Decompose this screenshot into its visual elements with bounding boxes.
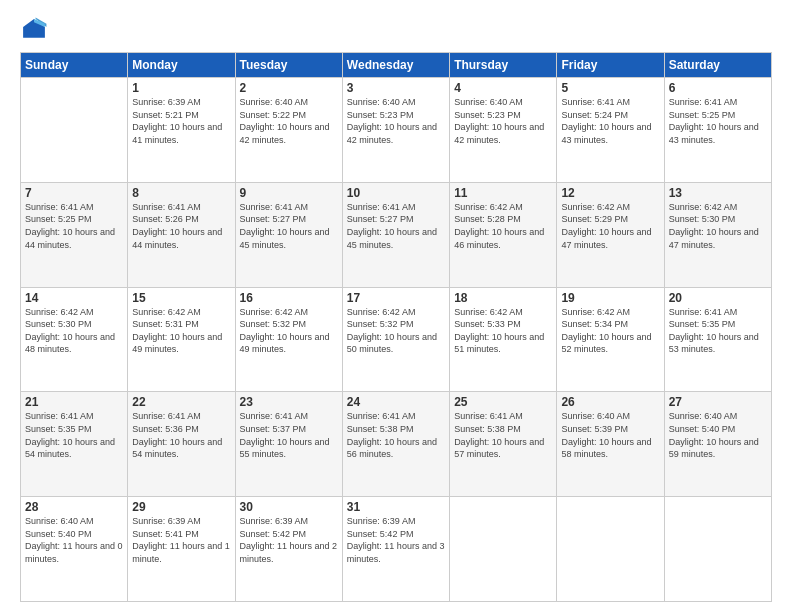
calendar-day-cell: 15Sunrise: 6:42 AMSunset: 5:31 PMDayligh… — [128, 287, 235, 392]
calendar-day-cell — [557, 497, 664, 602]
day-info: Sunrise: 6:39 AMSunset: 5:42 PMDaylight:… — [240, 515, 338, 565]
header-saturday: Saturday — [664, 53, 771, 78]
calendar-day-cell: 8Sunrise: 6:41 AMSunset: 5:26 PMDaylight… — [128, 182, 235, 287]
calendar-day-cell: 17Sunrise: 6:42 AMSunset: 5:32 PMDayligh… — [342, 287, 449, 392]
header-thursday: Thursday — [450, 53, 557, 78]
header-tuesday: Tuesday — [235, 53, 342, 78]
day-info: Sunrise: 6:41 AMSunset: 5:36 PMDaylight:… — [132, 410, 230, 460]
logo-icon — [20, 16, 48, 44]
day-number: 12 — [561, 186, 659, 200]
day-number: 9 — [240, 186, 338, 200]
day-number: 15 — [132, 291, 230, 305]
day-info: Sunrise: 6:42 AMSunset: 5:30 PMDaylight:… — [669, 201, 767, 251]
calendar-day-cell: 25Sunrise: 6:41 AMSunset: 5:38 PMDayligh… — [450, 392, 557, 497]
calendar-day-cell: 16Sunrise: 6:42 AMSunset: 5:32 PMDayligh… — [235, 287, 342, 392]
day-info: Sunrise: 6:42 AMSunset: 5:33 PMDaylight:… — [454, 306, 552, 356]
day-info: Sunrise: 6:42 AMSunset: 5:34 PMDaylight:… — [561, 306, 659, 356]
day-number: 4 — [454, 81, 552, 95]
calendar-day-cell: 19Sunrise: 6:42 AMSunset: 5:34 PMDayligh… — [557, 287, 664, 392]
calendar-day-cell: 7Sunrise: 6:41 AMSunset: 5:25 PMDaylight… — [21, 182, 128, 287]
calendar-day-cell: 13Sunrise: 6:42 AMSunset: 5:30 PMDayligh… — [664, 182, 771, 287]
calendar-week-row: 28Sunrise: 6:40 AMSunset: 5:40 PMDayligh… — [21, 497, 772, 602]
calendar-day-cell: 4Sunrise: 6:40 AMSunset: 5:23 PMDaylight… — [450, 78, 557, 183]
day-info: Sunrise: 6:42 AMSunset: 5:32 PMDaylight:… — [347, 306, 445, 356]
day-info: Sunrise: 6:42 AMSunset: 5:29 PMDaylight:… — [561, 201, 659, 251]
day-info: Sunrise: 6:39 AMSunset: 5:21 PMDaylight:… — [132, 96, 230, 146]
day-number: 13 — [669, 186, 767, 200]
day-info: Sunrise: 6:40 AMSunset: 5:40 PMDaylight:… — [25, 515, 123, 565]
calendar-day-cell: 29Sunrise: 6:39 AMSunset: 5:41 PMDayligh… — [128, 497, 235, 602]
day-number: 8 — [132, 186, 230, 200]
calendar-day-cell: 24Sunrise: 6:41 AMSunset: 5:38 PMDayligh… — [342, 392, 449, 497]
day-info: Sunrise: 6:41 AMSunset: 5:27 PMDaylight:… — [347, 201, 445, 251]
day-info: Sunrise: 6:41 AMSunset: 5:27 PMDaylight:… — [240, 201, 338, 251]
calendar-day-cell: 23Sunrise: 6:41 AMSunset: 5:37 PMDayligh… — [235, 392, 342, 497]
day-info: Sunrise: 6:40 AMSunset: 5:22 PMDaylight:… — [240, 96, 338, 146]
day-number: 14 — [25, 291, 123, 305]
calendar-week-row: 1Sunrise: 6:39 AMSunset: 5:21 PMDaylight… — [21, 78, 772, 183]
day-number: 17 — [347, 291, 445, 305]
calendar-week-row: 7Sunrise: 6:41 AMSunset: 5:25 PMDaylight… — [21, 182, 772, 287]
day-info: Sunrise: 6:42 AMSunset: 5:30 PMDaylight:… — [25, 306, 123, 356]
calendar-week-row: 21Sunrise: 6:41 AMSunset: 5:35 PMDayligh… — [21, 392, 772, 497]
calendar-day-cell: 31Sunrise: 6:39 AMSunset: 5:42 PMDayligh… — [342, 497, 449, 602]
day-number: 31 — [347, 500, 445, 514]
logo — [20, 16, 52, 44]
calendar-day-cell: 22Sunrise: 6:41 AMSunset: 5:36 PMDayligh… — [128, 392, 235, 497]
day-number: 30 — [240, 500, 338, 514]
day-number: 11 — [454, 186, 552, 200]
calendar-table: Sunday Monday Tuesday Wednesday Thursday… — [20, 52, 772, 602]
day-number: 22 — [132, 395, 230, 409]
day-number: 21 — [25, 395, 123, 409]
calendar-day-cell: 20Sunrise: 6:41 AMSunset: 5:35 PMDayligh… — [664, 287, 771, 392]
calendar-day-cell: 3Sunrise: 6:40 AMSunset: 5:23 PMDaylight… — [342, 78, 449, 183]
day-info: Sunrise: 6:40 AMSunset: 5:39 PMDaylight:… — [561, 410, 659, 460]
weekday-header-row: Sunday Monday Tuesday Wednesday Thursday… — [21, 53, 772, 78]
day-info: Sunrise: 6:39 AMSunset: 5:42 PMDaylight:… — [347, 515, 445, 565]
day-info: Sunrise: 6:41 AMSunset: 5:37 PMDaylight:… — [240, 410, 338, 460]
header-wednesday: Wednesday — [342, 53, 449, 78]
calendar-day-cell: 18Sunrise: 6:42 AMSunset: 5:33 PMDayligh… — [450, 287, 557, 392]
day-info: Sunrise: 6:41 AMSunset: 5:26 PMDaylight:… — [132, 201, 230, 251]
calendar-day-cell — [450, 497, 557, 602]
calendar-day-cell: 12Sunrise: 6:42 AMSunset: 5:29 PMDayligh… — [557, 182, 664, 287]
day-info: Sunrise: 6:40 AMSunset: 5:23 PMDaylight:… — [454, 96, 552, 146]
day-number: 27 — [669, 395, 767, 409]
calendar-day-cell: 27Sunrise: 6:40 AMSunset: 5:40 PMDayligh… — [664, 392, 771, 497]
header-friday: Friday — [557, 53, 664, 78]
calendar-day-cell: 14Sunrise: 6:42 AMSunset: 5:30 PMDayligh… — [21, 287, 128, 392]
day-number: 6 — [669, 81, 767, 95]
day-number: 20 — [669, 291, 767, 305]
calendar-day-cell: 28Sunrise: 6:40 AMSunset: 5:40 PMDayligh… — [21, 497, 128, 602]
day-info: Sunrise: 6:40 AMSunset: 5:40 PMDaylight:… — [669, 410, 767, 460]
day-info: Sunrise: 6:41 AMSunset: 5:25 PMDaylight:… — [669, 96, 767, 146]
day-number: 18 — [454, 291, 552, 305]
day-number: 28 — [25, 500, 123, 514]
day-number: 16 — [240, 291, 338, 305]
day-info: Sunrise: 6:40 AMSunset: 5:23 PMDaylight:… — [347, 96, 445, 146]
day-number: 25 — [454, 395, 552, 409]
day-number: 26 — [561, 395, 659, 409]
day-number: 3 — [347, 81, 445, 95]
day-info: Sunrise: 6:41 AMSunset: 5:24 PMDaylight:… — [561, 96, 659, 146]
day-number: 5 — [561, 81, 659, 95]
day-number: 7 — [25, 186, 123, 200]
page-header — [20, 16, 772, 44]
calendar-day-cell — [664, 497, 771, 602]
day-number: 1 — [132, 81, 230, 95]
day-info: Sunrise: 6:41 AMSunset: 5:38 PMDaylight:… — [347, 410, 445, 460]
calendar-day-cell: 2Sunrise: 6:40 AMSunset: 5:22 PMDaylight… — [235, 78, 342, 183]
header-sunday: Sunday — [21, 53, 128, 78]
header-monday: Monday — [128, 53, 235, 78]
calendar-day-cell: 10Sunrise: 6:41 AMSunset: 5:27 PMDayligh… — [342, 182, 449, 287]
calendar-week-row: 14Sunrise: 6:42 AMSunset: 5:30 PMDayligh… — [21, 287, 772, 392]
day-info: Sunrise: 6:41 AMSunset: 5:35 PMDaylight:… — [25, 410, 123, 460]
day-info: Sunrise: 6:42 AMSunset: 5:31 PMDaylight:… — [132, 306, 230, 356]
calendar-day-cell: 9Sunrise: 6:41 AMSunset: 5:27 PMDaylight… — [235, 182, 342, 287]
day-number: 24 — [347, 395, 445, 409]
calendar-day-cell: 11Sunrise: 6:42 AMSunset: 5:28 PMDayligh… — [450, 182, 557, 287]
day-number: 29 — [132, 500, 230, 514]
day-info: Sunrise: 6:42 AMSunset: 5:32 PMDaylight:… — [240, 306, 338, 356]
calendar-day-cell: 5Sunrise: 6:41 AMSunset: 5:24 PMDaylight… — [557, 78, 664, 183]
calendar-day-cell: 30Sunrise: 6:39 AMSunset: 5:42 PMDayligh… — [235, 497, 342, 602]
